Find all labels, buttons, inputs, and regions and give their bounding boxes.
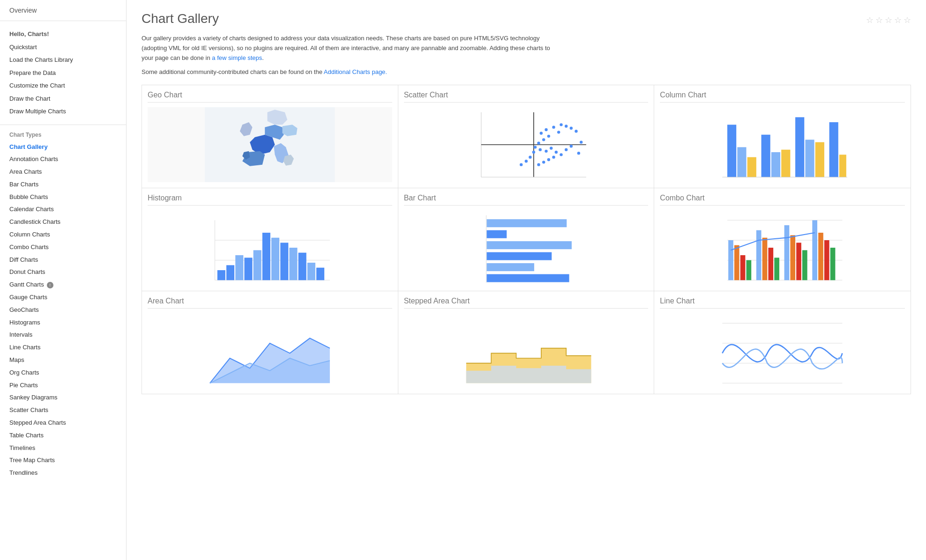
combo-chart-card[interactable]: Combo Chart [654,188,911,291]
svg-rect-59 [307,263,315,280]
sidebar-item-draw-multiple[interactable]: Draw Multiple Charts [9,105,117,118]
svg-rect-35 [762,135,770,177]
star-2[interactable]: ☆ [875,15,883,25]
sidebar-item-customize-chart[interactable]: Customize the Chart [9,79,117,92]
svg-rect-32 [727,125,736,177]
svg-rect-63 [486,220,567,228]
chart-gallery-grid: Geo Chart [142,85,911,394]
sidebar-chart-item-12[interactable]: GeoCharts [9,304,117,317]
svg-rect-75 [734,245,739,280]
scatter-chart-card[interactable]: Scatter Chart [398,85,655,188]
svg-rect-42 [839,155,846,177]
svg-point-15 [545,150,547,153]
sidebar-item-draw-chart[interactable]: Draw the Chart [9,92,117,105]
area-chart-preview [148,313,392,388]
simple-steps-link[interactable]: a few simple steps [212,54,262,61]
column-chart-card[interactable]: Column Chart [654,85,911,188]
svg-point-16 [550,147,553,150]
svg-rect-39 [806,140,814,177]
svg-point-29 [524,160,527,162]
svg-point-25 [580,141,582,144]
sidebar-chart-item-18[interactable]: Pie Charts [9,379,117,392]
stepped-area-svg [404,313,649,388]
sidebar-chart-item-0[interactable]: Annotation Charts [9,153,117,166]
geo-chart-title: Geo Chart [148,91,392,103]
sidebar-chart-item-19[interactable]: Sankey Diagrams [9,391,117,404]
sidebar-chart-item-25[interactable]: Trendlines [9,467,117,479]
sidebar-item-prepare-data[interactable]: Prepare the Data [9,66,117,80]
additional-paragraph: Some additional community-contributed ch… [142,68,911,75]
star-4[interactable]: ☆ [894,15,902,25]
sidebar-chart-item-14[interactable]: Intervals [9,329,117,341]
svg-rect-67 [486,263,534,271]
sidebar-item-quickstart[interactable]: Quickstart [9,41,117,54]
svg-rect-68 [486,274,569,282]
sidebar-item-load-charts[interactable]: Load the Charts Library [9,53,117,66]
chart-row-1: Geo Chart [142,85,911,188]
sidebar-chart-item-21[interactable]: Stepped Area Charts [9,417,117,429]
svg-point-24 [569,145,572,147]
star-5[interactable]: ☆ [904,15,911,25]
svg-rect-49 [217,270,225,280]
svg-point-19 [552,156,555,159]
svg-rect-87 [818,233,823,280]
sidebar-chart-item-20[interactable]: Scatter Charts [9,404,117,417]
svg-point-11 [542,139,545,141]
sidebar-item-chart-gallery[interactable]: Chart Gallery [9,141,117,154]
sidebar-chart-item-22[interactable]: Table Charts [9,429,117,442]
svg-point-3 [560,124,562,126]
line-chart-title: Line Chart [660,297,905,309]
svg-point-26 [577,152,580,155]
svg-rect-50 [226,265,234,280]
geo-chart-card[interactable]: Geo Chart [142,85,398,188]
sidebar-chart-item-5[interactable]: Candlestick Charts [9,216,117,228]
area-chart-card[interactable]: Area Chart [142,291,398,394]
bar-chart-preview [404,210,649,285]
sidebar-chart-item-16[interactable]: Maps [9,354,117,367]
combo-chart-preview [660,210,905,285]
star-3[interactable]: ☆ [885,15,892,25]
svg-rect-96 [717,313,847,388]
sidebar-chart-item-24[interactable]: Tree Map Charts [9,454,117,467]
geo-chart-preview [148,107,392,182]
sidebar-overview-item[interactable]: Overview [0,0,126,21]
sidebar-chart-item-17[interactable]: Org Charts [9,367,117,379]
sidebar-chart-item-13[interactable]: Histograms [9,317,117,329]
sidebar-chart-types: Chart Types Chart Gallery Annotation Cha… [0,129,126,486]
sidebar-chart-item-7[interactable]: Combo Charts [9,241,117,254]
svg-rect-83 [791,236,796,280]
sidebar-chart-item-9[interactable]: Donut Charts [9,266,117,279]
svg-point-30 [520,163,523,166]
svg-point-4 [545,128,547,131]
sidebar-chart-item-6[interactable]: Column Charts [9,228,117,241]
scatter-chart-preview [404,107,649,182]
star-rating[interactable]: ☆ ☆ ☆ ☆ ☆ [866,15,911,25]
sidebar-item-hello[interactable]: Hello, Charts! [9,28,117,41]
stepped-area-chart-card[interactable]: Stepped Area Chart [398,291,655,394]
sidebar-chart-item-8[interactable]: Diff Charts [9,254,117,266]
line-chart-card[interactable]: Line Chart [654,291,911,394]
sidebar-getting-started: Hello, Charts! Quickstart Load the Chart… [0,21,126,121]
page-title: Chart Gallery [142,11,219,26]
histogram-chart-card[interactable]: Histogram [142,188,398,291]
column-chart-preview [660,107,905,182]
combo-chart-title: Combo Chart [660,194,905,206]
additional-charts-link[interactable]: Additional Charts page. [324,68,387,75]
sidebar-chart-item-15[interactable]: Line Charts [9,341,117,354]
svg-rect-37 [782,150,791,177]
svg-rect-88 [824,240,829,280]
svg-rect-74 [728,240,733,280]
svg-rect-38 [795,118,804,177]
sidebar-chart-item-3[interactable]: Bubble Charts [9,191,117,204]
bar-chart-card[interactable]: Bar Chart [398,188,655,291]
page-header: Chart Gallery ☆ ☆ ☆ ☆ ☆ [142,11,911,26]
sidebar-chart-item-2[interactable]: Bar Charts [9,178,117,191]
svg-rect-53 [254,251,261,280]
sidebar-chart-item-1[interactable]: Area Charts [9,166,117,178]
sidebar-chart-item-11[interactable]: Gauge Charts [9,291,117,304]
sidebar-chart-item-23[interactable]: Timelines [9,442,117,455]
sidebar-chart-item-4[interactable]: Calendar Charts [9,203,117,216]
star-1[interactable]: ☆ [866,15,874,25]
svg-point-20 [547,158,550,161]
sidebar-chart-item-10[interactable]: Gantt Charts! [9,279,117,291]
